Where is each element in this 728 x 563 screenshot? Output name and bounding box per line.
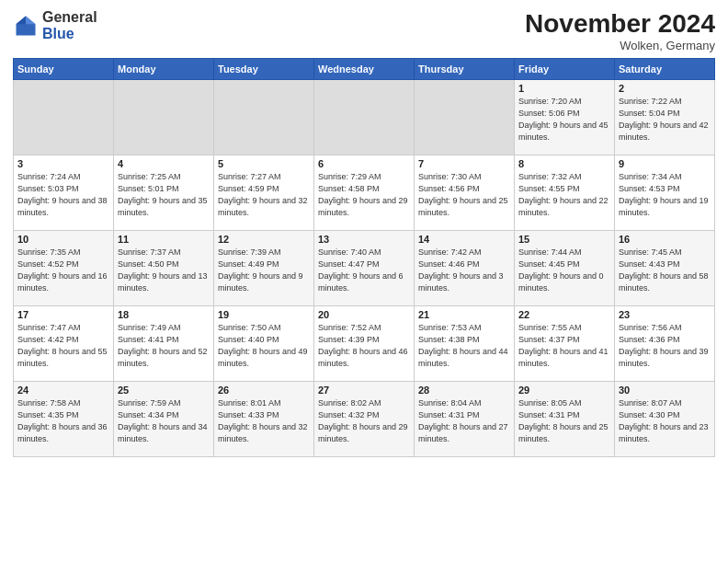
day-number: 20	[318, 309, 410, 320]
calendar-cell: 17Sunrise: 7:47 AM Sunset: 4:42 PM Dayli…	[14, 306, 114, 382]
day-info: Sunrise: 7:34 AM Sunset: 4:53 PM Dayligh…	[619, 171, 711, 219]
day-number: 18	[118, 309, 210, 320]
calendar-cell: 20Sunrise: 7:52 AM Sunset: 4:39 PM Dayli…	[314, 306, 415, 382]
day-info: Sunrise: 7:20 AM Sunset: 5:06 PM Dayligh…	[518, 96, 610, 144]
calendar-cell	[14, 80, 114, 155]
day-number: 23	[619, 309, 711, 320]
day-info: Sunrise: 7:37 AM Sunset: 4:50 PM Dayligh…	[118, 247, 210, 294]
calendar-week-row: 10Sunrise: 7:35 AM Sunset: 4:52 PM Dayli…	[14, 231, 715, 306]
day-number: 14	[418, 234, 510, 245]
day-info: Sunrise: 8:02 AM Sunset: 4:32 PM Dayligh…	[318, 397, 410, 445]
svg-marker-2	[17, 16, 27, 24]
calendar-cell: 1Sunrise: 7:20 AM Sunset: 5:06 PM Daylig…	[515, 80, 615, 155]
calendar-cell	[114, 80, 214, 155]
calendar-cell: 3Sunrise: 7:24 AM Sunset: 5:03 PM Daylig…	[14, 155, 114, 231]
day-number: 10	[17, 234, 109, 245]
calendar-cell	[314, 80, 415, 155]
calendar-cell: 6Sunrise: 7:29 AM Sunset: 4:58 PM Daylig…	[314, 155, 415, 231]
day-number: 21	[418, 309, 510, 320]
col-saturday: Saturday	[615, 59, 715, 80]
col-thursday: Thursday	[415, 59, 515, 80]
day-info: Sunrise: 8:01 AM Sunset: 4:33 PM Dayligh…	[218, 397, 310, 445]
col-tuesday: Tuesday	[214, 59, 314, 80]
day-info: Sunrise: 7:49 AM Sunset: 4:41 PM Dayligh…	[118, 322, 210, 370]
logo-general: General	[42, 9, 97, 25]
day-info: Sunrise: 7:40 AM Sunset: 4:47 PM Dayligh…	[318, 247, 410, 294]
day-info: Sunrise: 7:29 AM Sunset: 4:58 PM Dayligh…	[318, 171, 410, 219]
day-info: Sunrise: 8:04 AM Sunset: 4:31 PM Dayligh…	[418, 397, 510, 445]
logo-text: General Blue	[42, 9, 97, 41]
day-info: Sunrise: 7:47 AM Sunset: 4:42 PM Dayligh…	[17, 322, 109, 370]
calendar-cell: 18Sunrise: 7:49 AM Sunset: 4:41 PM Dayli…	[114, 306, 214, 382]
calendar-cell	[415, 80, 515, 155]
logo: General Blue	[13, 9, 97, 41]
day-info: Sunrise: 7:27 AM Sunset: 4:59 PM Dayligh…	[218, 171, 310, 219]
day-info: Sunrise: 7:59 AM Sunset: 4:34 PM Dayligh…	[118, 397, 210, 445]
calendar-cell: 29Sunrise: 8:05 AM Sunset: 4:31 PM Dayli…	[515, 382, 615, 457]
calendar-cell: 8Sunrise: 7:32 AM Sunset: 4:55 PM Daylig…	[515, 155, 615, 231]
calendar-header-row: Sunday Monday Tuesday Wednesday Thursday…	[14, 59, 715, 80]
day-number: 3	[17, 158, 109, 169]
svg-marker-1	[26, 16, 36, 24]
day-number: 8	[518, 158, 610, 169]
day-number: 5	[218, 158, 310, 169]
calendar-cell: 12Sunrise: 7:39 AM Sunset: 4:49 PM Dayli…	[214, 231, 314, 306]
day-number: 15	[518, 234, 610, 245]
day-info: Sunrise: 7:24 AM Sunset: 5:03 PM Dayligh…	[17, 171, 109, 219]
calendar-table: Sunday Monday Tuesday Wednesday Thursday…	[13, 58, 715, 457]
day-info: Sunrise: 7:39 AM Sunset: 4:49 PM Dayligh…	[218, 247, 310, 294]
calendar-cell: 10Sunrise: 7:35 AM Sunset: 4:52 PM Dayli…	[14, 231, 114, 306]
day-info: Sunrise: 7:56 AM Sunset: 4:36 PM Dayligh…	[619, 322, 711, 370]
day-info: Sunrise: 7:32 AM Sunset: 4:55 PM Dayligh…	[518, 171, 610, 219]
calendar-week-row: 3Sunrise: 7:24 AM Sunset: 5:03 PM Daylig…	[14, 155, 715, 231]
calendar-cell: 26Sunrise: 8:01 AM Sunset: 4:33 PM Dayli…	[214, 382, 314, 457]
calendar-cell: 23Sunrise: 7:56 AM Sunset: 4:36 PM Dayli…	[615, 306, 715, 382]
calendar-cell: 19Sunrise: 7:50 AM Sunset: 4:40 PM Dayli…	[214, 306, 314, 382]
calendar-cell: 5Sunrise: 7:27 AM Sunset: 4:59 PM Daylig…	[214, 155, 314, 231]
col-sunday: Sunday	[14, 59, 114, 80]
calendar-cell: 4Sunrise: 7:25 AM Sunset: 5:01 PM Daylig…	[114, 155, 214, 231]
day-number: 24	[17, 385, 109, 396]
day-number: 4	[118, 158, 210, 169]
day-info: Sunrise: 7:42 AM Sunset: 4:46 PM Dayligh…	[418, 247, 510, 294]
day-info: Sunrise: 7:30 AM Sunset: 4:56 PM Dayligh…	[418, 171, 510, 219]
calendar-cell: 13Sunrise: 7:40 AM Sunset: 4:47 PM Dayli…	[314, 231, 415, 306]
calendar-cell: 15Sunrise: 7:44 AM Sunset: 4:45 PM Dayli…	[515, 231, 615, 306]
day-info: Sunrise: 7:50 AM Sunset: 4:40 PM Dayligh…	[218, 322, 310, 370]
day-number: 27	[318, 385, 410, 396]
col-friday: Friday	[515, 59, 615, 80]
calendar-cell: 30Sunrise: 8:07 AM Sunset: 4:30 PM Dayli…	[615, 382, 715, 457]
page-container: General Blue November 2024 Wolken, Germa…	[0, 0, 728, 463]
calendar-cell: 24Sunrise: 7:58 AM Sunset: 4:35 PM Dayli…	[14, 382, 114, 457]
calendar-cell: 7Sunrise: 7:30 AM Sunset: 4:56 PM Daylig…	[415, 155, 515, 231]
calendar-week-row: 17Sunrise: 7:47 AM Sunset: 4:42 PM Dayli…	[14, 306, 715, 382]
day-number: 25	[118, 385, 210, 396]
col-monday: Monday	[114, 59, 214, 80]
day-number: 28	[418, 385, 510, 396]
day-number: 11	[118, 234, 210, 245]
day-info: Sunrise: 7:22 AM Sunset: 5:04 PM Dayligh…	[619, 96, 711, 144]
day-number: 22	[518, 309, 610, 320]
calendar-cell: 25Sunrise: 7:59 AM Sunset: 4:34 PM Dayli…	[114, 382, 214, 457]
day-info: Sunrise: 7:25 AM Sunset: 5:01 PM Dayligh…	[118, 171, 210, 219]
day-number: 19	[218, 309, 310, 320]
day-info: Sunrise: 7:52 AM Sunset: 4:39 PM Dayligh…	[318, 322, 410, 370]
calendar-cell: 27Sunrise: 8:02 AM Sunset: 4:32 PM Dayli…	[314, 382, 415, 457]
day-number: 2	[619, 83, 711, 94]
day-number: 1	[518, 83, 610, 94]
calendar-week-row: 24Sunrise: 7:58 AM Sunset: 4:35 PM Dayli…	[14, 382, 715, 457]
day-info: Sunrise: 7:58 AM Sunset: 4:35 PM Dayligh…	[17, 397, 109, 445]
day-info: Sunrise: 7:45 AM Sunset: 4:43 PM Dayligh…	[619, 247, 711, 294]
day-info: Sunrise: 8:05 AM Sunset: 4:31 PM Dayligh…	[518, 397, 610, 445]
logo-blue: Blue	[42, 26, 74, 41]
calendar-week-row: 1Sunrise: 7:20 AM Sunset: 5:06 PM Daylig…	[14, 80, 715, 155]
day-info: Sunrise: 7:35 AM Sunset: 4:52 PM Dayligh…	[17, 247, 109, 294]
day-number: 6	[318, 158, 410, 169]
day-info: Sunrise: 7:53 AM Sunset: 4:38 PM Dayligh…	[418, 322, 510, 370]
col-wednesday: Wednesday	[314, 59, 415, 80]
title-block: November 2024 Wolken, Germany	[525, 9, 715, 52]
calendar-cell: 28Sunrise: 8:04 AM Sunset: 4:31 PM Dayli…	[415, 382, 515, 457]
calendar-cell: 11Sunrise: 7:37 AM Sunset: 4:50 PM Dayli…	[114, 231, 214, 306]
day-number: 9	[619, 158, 711, 169]
month-title: November 2024	[525, 9, 715, 39]
